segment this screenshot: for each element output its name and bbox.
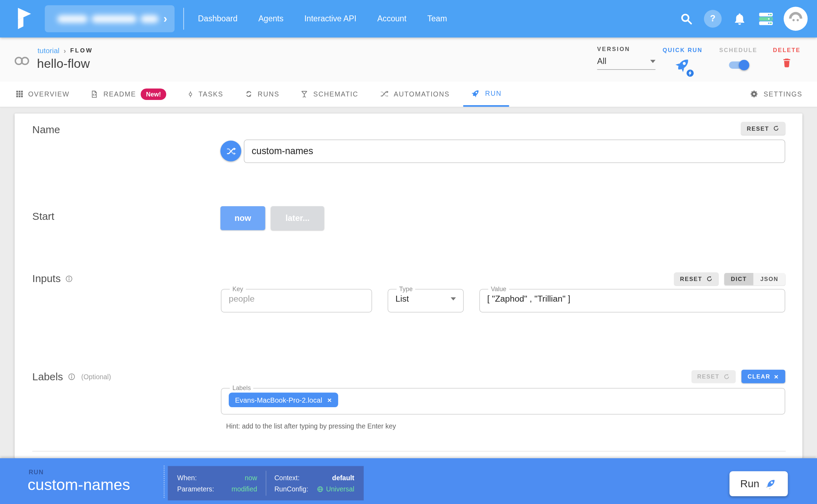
tab-label: OVERVIEW bbox=[28, 90, 69, 98]
input-value-input[interactable] bbox=[486, 293, 780, 308]
dict-json-toggle: DICT JSON bbox=[724, 273, 785, 285]
search-icon[interactable] bbox=[677, 10, 695, 28]
breadcrumb-type: FLOW bbox=[70, 48, 93, 54]
notifications-bell-icon[interactable] bbox=[731, 10, 748, 28]
run-submit-button[interactable]: Run bbox=[730, 471, 788, 496]
tab-label: SETTINGS bbox=[763, 90, 802, 98]
inputs-label-text: Inputs bbox=[32, 273, 61, 285]
tab-automations[interactable]: AUTOMATIONS bbox=[379, 81, 450, 107]
workspace-selector[interactable]: › bbox=[45, 5, 175, 32]
cycle-icon bbox=[244, 89, 253, 98]
name-reset-button[interactable]: RESET bbox=[741, 122, 785, 135]
toggle-knob bbox=[739, 60, 749, 70]
inputs-actions: RESET DICT JSON bbox=[674, 272, 785, 285]
version-select[interactable]: All bbox=[597, 57, 655, 70]
label-chip: Evans-MacBook-Pro-2.local × bbox=[229, 393, 338, 407]
tab-overview[interactable]: OVERVIEW bbox=[16, 81, 70, 107]
input-type-select[interactable]: List bbox=[395, 293, 457, 309]
user-avatar[interactable] bbox=[784, 7, 808, 31]
info-icon[interactable] bbox=[68, 373, 76, 381]
run-name-input[interactable] bbox=[244, 139, 785, 163]
when-label: When: bbox=[177, 474, 197, 481]
tab-tasks[interactable]: TASKS bbox=[187, 81, 223, 107]
json-mode-button[interactable]: JSON bbox=[754, 273, 786, 285]
grid-icon bbox=[16, 90, 23, 98]
name-section-label: Name bbox=[32, 124, 60, 136]
type-value: List bbox=[396, 294, 409, 303]
runconfig-value: Universal bbox=[326, 485, 354, 493]
quick-run-label: QUICK RUN bbox=[660, 47, 705, 53]
labels-reset-button[interactable]: RESET bbox=[691, 370, 736, 383]
name-label-text: Name bbox=[32, 124, 60, 136]
tab-label: RUNS bbox=[258, 90, 279, 98]
runconfig-value-wrap: Universal bbox=[317, 485, 355, 493]
footer-run-label: RUN bbox=[29, 469, 44, 476]
globe-icon bbox=[317, 485, 324, 492]
labels-field-label: Labels bbox=[230, 384, 254, 391]
version-value: All bbox=[597, 57, 606, 66]
start-label-text: Start bbox=[32, 210, 54, 222]
dict-mode-button[interactable]: DICT bbox=[724, 273, 753, 285]
tab-schematic[interactable]: SCHEMATIC bbox=[300, 81, 358, 107]
shuffle-icon bbox=[225, 145, 236, 156]
random-name-button[interactable] bbox=[220, 141, 241, 161]
nav-item-dashboard[interactable]: Dashboard bbox=[198, 14, 237, 23]
run-footer-bar: RUN custom-names When: now Parameters: m… bbox=[0, 458, 817, 504]
readme-doc-icon bbox=[90, 90, 99, 98]
start-now-button[interactable]: now bbox=[220, 206, 265, 230]
version-control: VERSION All bbox=[597, 46, 655, 70]
remove-label-icon[interactable]: × bbox=[327, 396, 332, 404]
tab-label: AUTOMATIONS bbox=[394, 90, 450, 98]
flow-header: tutorial › FLOW hello-flow VERSION All Q… bbox=[0, 37, 817, 81]
schedule-control: SCHEDULE bbox=[718, 47, 759, 69]
input-key-input[interactable] bbox=[228, 293, 366, 308]
clear-label: CLEAR bbox=[747, 373, 770, 380]
nav-item-account[interactable]: Account bbox=[377, 14, 406, 23]
services-status-icon[interactable] bbox=[757, 10, 775, 28]
breadcrumb-project-link[interactable]: tutorial bbox=[37, 46, 59, 55]
quick-run-button[interactable]: QUICK RUN bbox=[660, 47, 705, 76]
parameters-value: modified bbox=[232, 485, 257, 493]
start-later-button[interactable]: later... bbox=[271, 206, 324, 230]
flow-icon bbox=[13, 54, 31, 70]
summary-divider bbox=[265, 471, 266, 496]
nav-item-agents[interactable]: Agents bbox=[258, 14, 284, 23]
summary-context-row: Context: default bbox=[274, 474, 354, 481]
chevron-down-icon bbox=[451, 297, 456, 300]
schedule-toggle[interactable] bbox=[729, 62, 748, 69]
nav-item-team[interactable]: Team bbox=[427, 14, 447, 23]
labels-field[interactable]: Labels Evans-MacBook-Pro-2.local × bbox=[221, 384, 785, 414]
run-form-card: Name RESET Start now later... Input bbox=[15, 114, 803, 458]
delete-button[interactable]: DELETE bbox=[772, 47, 801, 71]
refresh-icon bbox=[706, 275, 712, 282]
close-icon: × bbox=[774, 373, 779, 380]
info-icon[interactable] bbox=[65, 275, 73, 283]
tab-runs[interactable]: RUNS bbox=[244, 81, 279, 107]
tab-readme[interactable]: README New! bbox=[90, 81, 166, 107]
help-icon[interactable]: ? bbox=[704, 10, 722, 28]
inputs-reset-button[interactable]: RESET bbox=[674, 272, 718, 285]
label-chip-text: Evans-MacBook-Pro-2.local bbox=[235, 396, 322, 404]
prefect-logo-icon[interactable] bbox=[16, 7, 34, 31]
summary-col-right: Context: default RunConfig: Universal bbox=[274, 474, 354, 493]
tab-settings[interactable]: SETTINGS bbox=[750, 81, 802, 107]
nav-links: Dashboard Agents Interactive API Account… bbox=[198, 14, 447, 23]
runconfig-label: RunConfig: bbox=[274, 485, 308, 493]
tab-run-active[interactable]: RUN bbox=[463, 81, 509, 107]
top-navbar: › Dashboard Agents Interactive API Accou… bbox=[0, 0, 817, 37]
labels-hint: Hint: add to the list after typing by pr… bbox=[226, 422, 396, 430]
labels-actions: RESET CLEAR × bbox=[691, 370, 785, 383]
key-field-label: Key bbox=[230, 285, 246, 293]
delete-label: DELETE bbox=[772, 47, 801, 53]
refresh-icon bbox=[723, 373, 730, 380]
start-section-label: Start bbox=[32, 210, 54, 222]
page-title: hello-flow bbox=[37, 56, 90, 71]
version-label: VERSION bbox=[597, 46, 655, 52]
context-value: default bbox=[332, 474, 355, 481]
summary-col-left: When: now Parameters: modified bbox=[177, 474, 257, 493]
nav-item-interactive-api[interactable]: Interactive API bbox=[304, 14, 356, 23]
tab-label: RUN bbox=[485, 89, 502, 97]
breadcrumb: tutorial › FLOW bbox=[37, 46, 93, 55]
labels-clear-button[interactable]: CLEAR × bbox=[741, 370, 786, 383]
breadcrumb-separator: › bbox=[64, 46, 66, 55]
